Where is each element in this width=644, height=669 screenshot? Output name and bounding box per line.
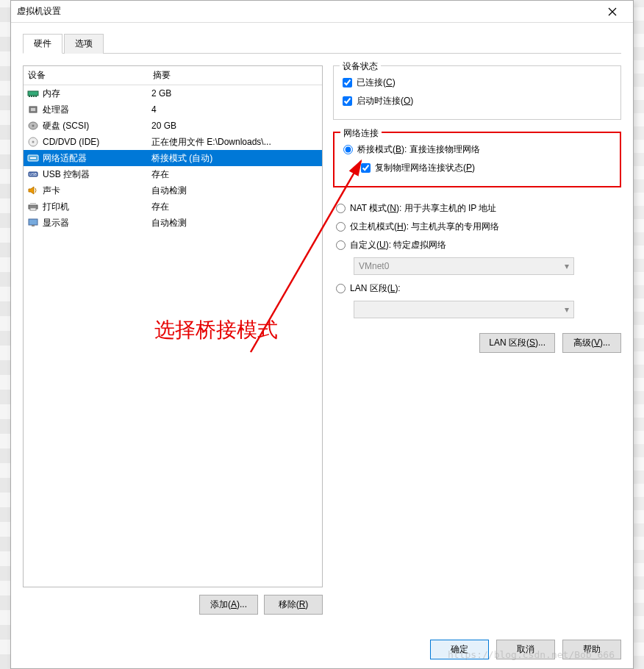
lan-radio-row[interactable]: LAN 区段(L): <box>336 279 621 298</box>
svg-rect-21 <box>29 219 37 225</box>
svg-marker-17 <box>29 187 34 194</box>
svg-rect-8 <box>31 108 35 111</box>
connected-checkbox[interactable] <box>343 78 352 87</box>
row-disk[interactable]: 硬盘 (SCSI) 20 GB <box>24 118 322 134</box>
svg-point-10 <box>32 125 35 127</box>
tab-hardware[interactable]: 硬件 <box>23 34 62 54</box>
row-memory[interactable]: 内存 2 GB <box>24 85 322 101</box>
lan-combo[interactable]: ▾ <box>354 301 574 318</box>
device-name: 硬盘 (SCSI) <box>43 120 151 132</box>
device-summary: 2 GB <box>151 88 319 99</box>
device-name: 内存 <box>43 87 151 100</box>
connected-label: 已连接(C) <box>357 76 396 89</box>
hostonly-label: 仅主机模式(H): 与主机共享的专用网络 <box>350 221 499 233</box>
network-title: 网络连接 <box>340 127 382 140</box>
titlebar: 虚拟机设置 <box>11 1 633 23</box>
row-display[interactable]: 显示器 自动检测 <box>24 215 322 231</box>
chevron-down-icon: ▾ <box>565 304 569 315</box>
svg-rect-6 <box>35 96 37 97</box>
replicate-label: 复制物理网络连接状态(P) <box>375 162 475 174</box>
printer-icon <box>26 201 40 212</box>
connect-poweron-checkbox[interactable] <box>343 96 352 106</box>
custom-combo[interactable]: VMnet0 ▾ <box>354 257 574 275</box>
nat-radio[interactable] <box>336 204 346 213</box>
display-icon <box>26 217 40 229</box>
device-summary: 20 GB <box>151 121 319 131</box>
device-name: CD/DVD (IDE) <box>43 137 151 147</box>
row-usb[interactable]: USB USB 控制器 存在 <box>24 166 322 182</box>
header-summary: 摘要 <box>153 69 318 82</box>
list-header: 设备 摘要 <box>24 66 322 85</box>
background-right-strip <box>634 0 644 669</box>
tab-options[interactable]: 选项 <box>64 34 104 54</box>
sound-icon <box>26 185 40 196</box>
cancel-button[interactable]: 取消 <box>496 640 555 659</box>
header-device: 设备 <box>28 69 153 82</box>
add-button[interactable]: 添加(A)... <box>199 595 258 615</box>
left-button-row: 添加(A)... 移除(R) <box>23 595 323 615</box>
bridged-radio[interactable] <box>343 145 353 154</box>
help-button[interactable]: 帮助 <box>562 640 621 659</box>
svg-rect-14 <box>30 157 36 159</box>
svg-rect-20 <box>30 208 36 210</box>
row-network[interactable]: 网络适配器 桥接模式 (自动) <box>24 150 322 166</box>
custom-label: 自定义(U): 特定虚拟网络 <box>350 239 446 251</box>
cd-icon <box>26 136 40 148</box>
right-button-row: LAN 区段(S)... 高级(V)... <box>333 333 621 353</box>
close-button[interactable] <box>598 1 627 22</box>
remove-label: 移除(R) <box>279 599 309 609</box>
connect-poweron-label: 启动时连接(O) <box>357 95 413 107</box>
row-sound[interactable]: 声卡 自动检测 <box>24 182 322 198</box>
network-icon <box>26 152 40 164</box>
device-name: 处理器 <box>43 104 151 116</box>
row-cddvd[interactable]: CD/DVD (IDE) 正在使用文件 E:\Downloads\... <box>24 134 322 150</box>
svg-text:USB: USB <box>29 172 37 176</box>
device-name: 显示器 <box>43 217 151 229</box>
svg-rect-3 <box>29 96 30 97</box>
connected-checkbox-row[interactable]: 已连接(C) <box>343 74 612 92</box>
hostonly-radio[interactable] <box>336 222 346 232</box>
svg-rect-2 <box>28 91 38 96</box>
device-summary: 桥接模式 (自动) <box>151 152 319 165</box>
lan-segments-button[interactable]: LAN 区段(S)... <box>479 333 555 353</box>
panels: 设备 摘要 内存 2 GB 处理器 4 <box>23 54 621 623</box>
custom-radio-row[interactable]: 自定义(U): 特定虚拟网络 <box>336 236 621 254</box>
device-summary: 自动检测 <box>151 217 319 229</box>
other-net-modes: NAT 模式(N): 用于共享主机的 IP 地址 仅主机模式(H): 与主机共享… <box>333 199 621 318</box>
bridged-radio-row[interactable]: 桥接模式(B): 直接连接物理网络 <box>343 140 611 159</box>
svg-rect-5 <box>33 96 35 97</box>
vm-settings-dialog: 虚拟机设置 硬件 选项 设备 摘要 内存 2 GB <box>10 0 634 669</box>
device-summary: 4 <box>151 104 319 115</box>
advanced-label: 高级(V)... <box>573 337 610 348</box>
right-panel: 设备状态 已连接(C) 启动时连接(O) 网络连接 桥接模式(B): 直接连接物… <box>333 65 621 623</box>
device-summary: 存在 <box>151 168 319 181</box>
device-list: 设备 摘要 内存 2 GB 处理器 4 <box>23 65 323 587</box>
device-state-group: 设备状态 已连接(C) 启动时连接(O) <box>333 65 621 120</box>
ok-button[interactable]: 确定 <box>430 640 489 659</box>
nat-label: NAT 模式(N): 用于共享主机的 IP 地址 <box>350 202 496 215</box>
device-name: 网络适配器 <box>43 152 151 165</box>
row-printer[interactable]: 打印机 存在 <box>24 198 322 215</box>
left-panel: 设备 摘要 内存 2 GB 处理器 4 <box>23 65 323 623</box>
replicate-checkbox-row[interactable]: 复制物理网络连接状态(P) <box>343 159 611 177</box>
device-name: 打印机 <box>43 201 151 213</box>
device-summary: 存在 <box>151 201 319 213</box>
replicate-checkbox[interactable] <box>361 163 371 173</box>
lan-radio[interactable] <box>336 284 346 293</box>
footer: 确定 取消 帮助 <box>11 631 633 668</box>
nat-radio-row[interactable]: NAT 模式(N): 用于共享主机的 IP 地址 <box>336 199 621 218</box>
bridged-label: 桥接模式(B): 直接连接物理网络 <box>357 143 480 156</box>
hostonly-radio-row[interactable]: 仅主机模式(H): 与主机共享的专用网络 <box>336 218 621 236</box>
remove-button[interactable]: 移除(R) <box>264 595 323 615</box>
add-label: 添加(A)... <box>210 599 247 609</box>
dialog-body: 硬件 选项 设备 摘要 内存 2 GB 处理器 <box>11 23 633 631</box>
svg-rect-19 <box>30 203 36 205</box>
connect-poweron-row[interactable]: 启动时连接(O) <box>343 92 612 110</box>
custom-radio[interactable] <box>336 240 346 250</box>
row-cpu[interactable]: 处理器 4 <box>24 101 322 118</box>
lan-label: LAN 区段(L): <box>350 282 401 295</box>
device-state-title: 设备状态 <box>340 60 381 73</box>
lan-segments-label: LAN 区段(S)... <box>489 337 545 348</box>
advanced-button[interactable]: 高级(V)... <box>562 333 621 353</box>
svg-rect-4 <box>31 96 32 97</box>
